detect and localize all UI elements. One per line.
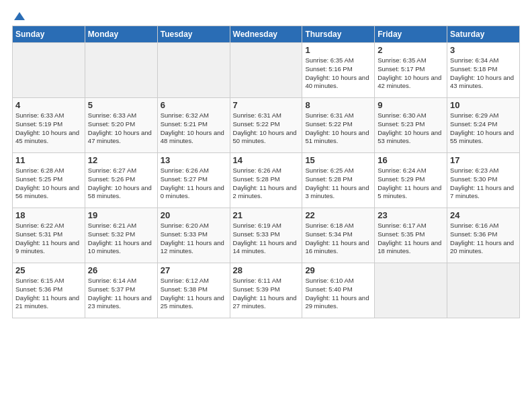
calendar-cell: 21Sunrise: 6:19 AMSunset: 5:33 PMDayligh… — [230, 208, 302, 263]
calendar-cell: 9Sunrise: 6:30 AMSunset: 5:23 PMDaylight… — [375, 98, 447, 153]
day-number: 18 — [15, 210, 82, 220]
calendar-cell: 3Sunrise: 6:34 AMSunset: 5:18 PMDaylight… — [447, 43, 520, 98]
day-number: 15 — [305, 155, 371, 165]
day-number: 17 — [450, 155, 517, 165]
day-number: 1 — [305, 45, 371, 55]
day-number: 22 — [305, 210, 371, 220]
calendar-cell: 13Sunrise: 6:26 AMSunset: 5:27 PMDayligh… — [157, 153, 230, 208]
day-number: 9 — [378, 100, 444, 110]
cell-info: Sunrise: 6:33 AMSunset: 5:19 PMDaylight:… — [15, 111, 82, 146]
calendar-cell: 24Sunrise: 6:16 AMSunset: 5:36 PMDayligh… — [447, 208, 520, 263]
day-number: 11 — [15, 155, 82, 165]
calendar-cell: 20Sunrise: 6:20 AMSunset: 5:33 PMDayligh… — [157, 208, 230, 263]
calendar-cell — [85, 43, 157, 98]
day-number: 4 — [15, 100, 82, 110]
calendar-table: SundayMondayTuesdayWednesdayThursdayFrid… — [12, 26, 520, 318]
cell-info: Sunrise: 6:16 AMSunset: 5:36 PMDaylight:… — [450, 222, 517, 256]
calendar-cell — [447, 263, 520, 318]
cell-info: Sunrise: 6:28 AMSunset: 5:25 PMDaylight:… — [15, 167, 82, 201]
cell-info: Sunrise: 6:31 AMSunset: 5:22 PMDaylight:… — [305, 111, 371, 146]
col-header-sunday: Sunday — [13, 26, 85, 43]
day-number: 2 — [378, 45, 444, 55]
cell-info: Sunrise: 6:12 AMSunset: 5:38 PMDaylight:… — [161, 277, 227, 311]
calendar-cell — [157, 43, 230, 98]
day-number: 26 — [88, 265, 154, 275]
day-number: 28 — [233, 265, 300, 275]
cell-info: Sunrise: 6:33 AMSunset: 5:20 PMDaylight:… — [88, 111, 154, 146]
day-number: 27 — [161, 265, 227, 275]
day-number: 29 — [305, 265, 371, 275]
cell-info: Sunrise: 6:30 AMSunset: 5:23 PMDaylight:… — [378, 111, 444, 146]
col-header-thursday: Thursday — [302, 26, 375, 43]
day-number: 12 — [88, 155, 154, 165]
calendar-cell: 1Sunrise: 6:35 AMSunset: 5:16 PMDaylight… — [302, 43, 375, 98]
calendar-cell — [375, 263, 447, 318]
day-number: 13 — [161, 155, 227, 165]
day-number: 10 — [450, 100, 517, 110]
day-number: 23 — [378, 210, 444, 220]
calendar-cell: 26Sunrise: 6:14 AMSunset: 5:37 PMDayligh… — [85, 263, 157, 318]
calendar-cell: 2Sunrise: 6:35 AMSunset: 5:17 PMDaylight… — [375, 43, 447, 98]
day-number: 3 — [450, 45, 517, 55]
cell-info: Sunrise: 6:26 AMSunset: 5:27 PMDaylight:… — [161, 167, 227, 201]
calendar-cell — [13, 43, 85, 98]
day-number: 8 — [305, 100, 371, 110]
cell-info: Sunrise: 6:19 AMSunset: 5:33 PMDaylight:… — [233, 222, 300, 256]
day-number: 5 — [88, 100, 154, 110]
cell-info: Sunrise: 6:23 AMSunset: 5:30 PMDaylight:… — [450, 167, 517, 201]
cell-info: Sunrise: 6:26 AMSunset: 5:28 PMDaylight:… — [233, 167, 300, 201]
calendar-cell: 4Sunrise: 6:33 AMSunset: 5:19 PMDaylight… — [13, 98, 85, 153]
calendar-cell: 6Sunrise: 6:32 AMSunset: 5:21 PMDaylight… — [157, 98, 230, 153]
calendar-cell: 14Sunrise: 6:26 AMSunset: 5:28 PMDayligh… — [230, 153, 302, 208]
col-header-saturday: Saturday — [447, 26, 520, 43]
cell-info: Sunrise: 6:20 AMSunset: 5:33 PMDaylight:… — [161, 222, 227, 256]
calendar-cell: 16Sunrise: 6:24 AMSunset: 5:29 PMDayligh… — [375, 153, 447, 208]
cell-info: Sunrise: 6:27 AMSunset: 5:26 PMDaylight:… — [88, 167, 154, 201]
cell-info: Sunrise: 6:35 AMSunset: 5:16 PMDaylight:… — [305, 56, 371, 91]
cell-info: Sunrise: 6:15 AMSunset: 5:36 PMDaylight:… — [15, 277, 82, 311]
calendar-cell: 15Sunrise: 6:25 AMSunset: 5:28 PMDayligh… — [302, 153, 375, 208]
cell-info: Sunrise: 6:18 AMSunset: 5:34 PMDaylight:… — [305, 222, 371, 256]
cell-info: Sunrise: 6:11 AMSunset: 5:39 PMDaylight:… — [233, 277, 300, 311]
cell-info: Sunrise: 6:21 AMSunset: 5:32 PMDaylight:… — [88, 222, 154, 256]
cell-info: Sunrise: 6:10 AMSunset: 5:40 PMDaylight:… — [305, 277, 371, 311]
calendar-cell: 17Sunrise: 6:23 AMSunset: 5:30 PMDayligh… — [447, 153, 520, 208]
cell-info: Sunrise: 6:24 AMSunset: 5:29 PMDaylight:… — [378, 167, 444, 201]
cell-info: Sunrise: 6:14 AMSunset: 5:37 PMDaylight:… — [88, 277, 154, 311]
cell-info: Sunrise: 6:22 AMSunset: 5:31 PMDaylight:… — [15, 222, 82, 256]
calendar-cell — [230, 43, 302, 98]
cell-info: Sunrise: 6:29 AMSunset: 5:24 PMDaylight:… — [450, 111, 517, 146]
col-header-tuesday: Tuesday — [157, 26, 230, 43]
cell-info: Sunrise: 6:34 AMSunset: 5:18 PMDaylight:… — [450, 56, 517, 91]
header — [12, 11, 520, 23]
calendar-cell: 18Sunrise: 6:22 AMSunset: 5:31 PMDayligh… — [13, 208, 85, 263]
day-number: 19 — [88, 210, 154, 220]
logo-icon — [13, 11, 26, 24]
day-number: 14 — [233, 155, 300, 165]
calendar-cell: 19Sunrise: 6:21 AMSunset: 5:32 PMDayligh… — [85, 208, 157, 263]
day-number: 24 — [450, 210, 517, 220]
cell-info: Sunrise: 6:35 AMSunset: 5:17 PMDaylight:… — [378, 56, 444, 91]
day-number: 21 — [233, 210, 300, 220]
calendar-cell: 7Sunrise: 6:31 AMSunset: 5:22 PMDaylight… — [230, 98, 302, 153]
day-number: 25 — [15, 265, 82, 275]
page: SundayMondayTuesdayWednesdayThursdayFrid… — [0, 0, 532, 325]
col-header-wednesday: Wednesday — [230, 26, 302, 43]
calendar-cell: 10Sunrise: 6:29 AMSunset: 5:24 PMDayligh… — [447, 98, 520, 153]
day-number: 7 — [233, 100, 300, 110]
calendar-cell: 8Sunrise: 6:31 AMSunset: 5:22 PMDaylight… — [302, 98, 375, 153]
col-header-friday: Friday — [375, 26, 447, 43]
calendar-cell: 28Sunrise: 6:11 AMSunset: 5:39 PMDayligh… — [230, 263, 302, 318]
calendar-cell: 27Sunrise: 6:12 AMSunset: 5:38 PMDayligh… — [157, 263, 230, 318]
cell-info: Sunrise: 6:31 AMSunset: 5:22 PMDaylight:… — [233, 111, 300, 146]
calendar-cell: 5Sunrise: 6:33 AMSunset: 5:20 PMDaylight… — [85, 98, 157, 153]
day-number: 6 — [161, 100, 227, 110]
day-number: 16 — [378, 155, 444, 165]
calendar-cell: 12Sunrise: 6:27 AMSunset: 5:26 PMDayligh… — [85, 153, 157, 208]
svg-marker-0 — [14, 12, 25, 20]
cell-info: Sunrise: 6:32 AMSunset: 5:21 PMDaylight:… — [161, 111, 227, 146]
calendar-cell: 29Sunrise: 6:10 AMSunset: 5:40 PMDayligh… — [302, 263, 375, 318]
calendar-cell: 23Sunrise: 6:17 AMSunset: 5:35 PMDayligh… — [375, 208, 447, 263]
calendar-cell: 25Sunrise: 6:15 AMSunset: 5:36 PMDayligh… — [13, 263, 85, 318]
cell-info: Sunrise: 6:25 AMSunset: 5:28 PMDaylight:… — [305, 167, 371, 201]
